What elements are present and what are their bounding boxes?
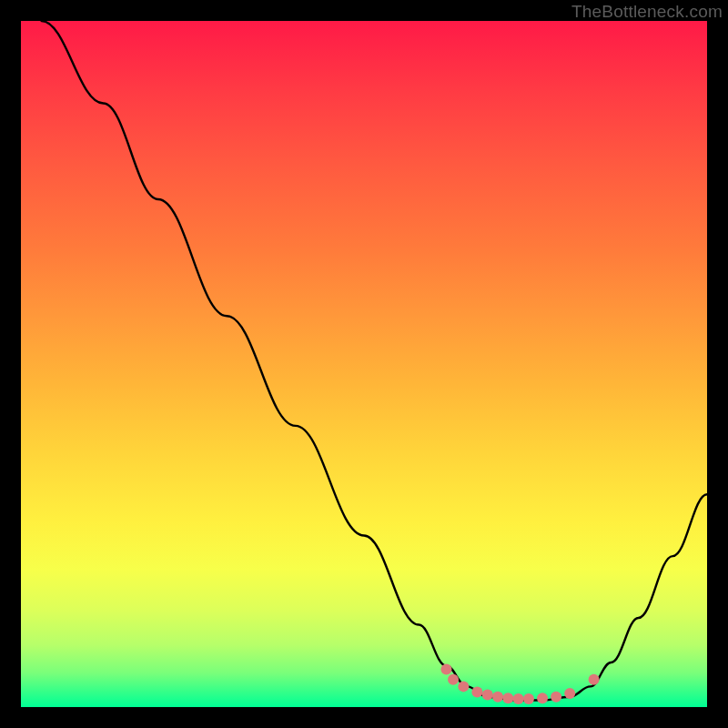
marker-dot: [551, 692, 561, 703]
marker-dot: [492, 692, 503, 703]
watermark-text: TheBottleneck.com: [571, 2, 723, 22]
marker-group: [440, 664, 599, 704]
marker-dot: [589, 674, 600, 685]
marker-dot: [440, 664, 451, 675]
marker-dot: [458, 681, 469, 692]
chart-frame: TheBottleneck.com: [0, 0, 728, 728]
marker-dot: [523, 693, 534, 704]
chart-svg: [0, 0, 728, 728]
marker-dot: [471, 686, 482, 697]
marker-dot: [502, 693, 513, 703]
marker-dot: [482, 689, 493, 700]
marker-dot: [564, 688, 575, 699]
marker-dot: [513, 693, 524, 704]
marker-dot: [537, 693, 548, 703]
marker-dot: [448, 674, 459, 685]
curve-line: [42, 21, 707, 700]
